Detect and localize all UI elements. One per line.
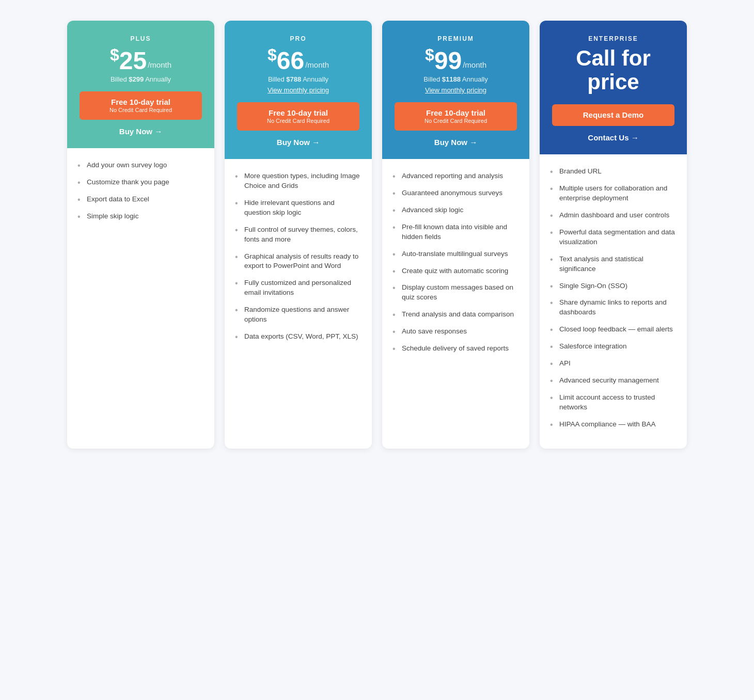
feature-item: Schedule delivery of saved reports [392,344,519,354]
feature-item: Closed loop feedback — email alerts [550,325,677,335]
feature-item: Display custom messages based on quiz sc… [392,283,519,303]
plan-features-plus: Add your own survey logoCustomize thank … [67,148,214,241]
feature-item: HIPAA compliance — with BAA [550,420,677,429]
plan-billing-plus: Billed $299 Annually [80,75,202,83]
plan-card-pro: PRO $66 /month Billed $788 AnnuallyView … [225,21,372,449]
plan-price-row-plus: $25 /month [80,46,202,73]
trial-button-premium[interactable]: Free 10-day trialNo Credit Card Required [395,102,517,131]
buy-now-link-plus[interactable]: Buy Now → [80,127,202,136]
feature-item: Auto save responses [392,327,519,337]
feature-item: API [550,359,677,369]
plan-card-plus: PLUS $25 /month Billed $299 AnnuallyFree… [67,21,214,449]
plan-card-enterprise: ENTERPRISECall for priceRequest a DemoCo… [540,21,687,449]
plan-price-row-premium: $99 /month [395,46,517,73]
buy-now-link-enterprise[interactable]: Contact Us → [552,133,674,142]
feature-item: Limit account access to trusted networks [550,393,677,412]
feature-item: Customize thank you page [77,178,204,187]
plan-header-premium: PREMIUM $99 /month Billed $1188 Annually… [382,21,529,159]
feature-item: Guaranteed anonymous surveys [392,188,519,198]
feature-item: Powerful data segmentation and data visu… [550,228,677,247]
feature-item: Advanced reporting and analysis [392,171,519,181]
feature-item: Single Sign-On (SSO) [550,281,677,291]
feature-item: Simple skip logic [77,212,204,221]
plan-price-premium: $99 [425,46,462,73]
plan-name-premium: PREMIUM [395,35,517,42]
plan-price-plus: $25 [110,46,147,73]
monthly-link-premium[interactable]: View monthly pricing [425,86,486,94]
monthly-link-pro[interactable]: View monthly pricing [268,86,329,94]
feature-item: Trend analysis and data comparison [392,310,519,320]
pricing-grid: PLUS $25 /month Billed $299 AnnuallyFree… [67,21,687,449]
plan-name-pro: PRO [237,35,359,42]
feature-item: Text analysis and statistical significan… [550,254,677,274]
feature-item: Add your own survey logo [77,161,204,170]
feature-item: Multiple users for collaboration and ent… [550,184,677,203]
feature-item: Share dynamic links to reports and dashb… [550,298,677,317]
feature-item: Create quiz with automatic scoring [392,266,519,276]
feature-item: More question types, including Image Cho… [235,171,362,191]
trial-button-enterprise[interactable]: Request a Demo [552,104,674,126]
feature-item: Admin dashboard and user controls [550,211,677,220]
plan-price-enterprise: Call for price [552,46,674,94]
plan-period-plus: /month [148,60,171,69]
buy-now-link-premium[interactable]: Buy Now → [395,138,517,147]
feature-item: Full control of survey themes, colors, f… [235,225,362,245]
plan-header-pro: PRO $66 /month Billed $788 AnnuallyView … [225,21,372,159]
plan-header-plus: PLUS $25 /month Billed $299 AnnuallyFree… [67,21,214,148]
plan-billing-premium: Billed $1188 Annually [395,75,517,83]
plan-name-enterprise: ENTERPRISE [552,35,674,42]
feature-item: Hide irrelevant questions and question s… [235,198,362,218]
feature-item: Advanced skip logic [392,205,519,215]
plan-features-premium: Advanced reporting and analysisGuarantee… [382,159,529,373]
feature-item: Fully customized and personalized email … [235,278,362,298]
feature-item: Auto-translate multilingual surveys [392,249,519,259]
plan-features-enterprise: Branded URLMultiple users for collaborat… [540,154,687,449]
plan-period-pro: /month [305,60,329,69]
plan-billing-pro: Billed $788 Annually [237,75,359,83]
feature-item: Data exports (CSV, Word, PPT, XLS) [235,332,362,342]
plan-name-plus: PLUS [80,35,202,42]
plan-features-pro: More question types, including Image Cho… [225,159,372,361]
feature-item: Pre-fill known data into visible and hid… [392,222,519,242]
plan-price-row-pro: $66 /month [237,46,359,73]
plan-price-pro: $66 [268,46,304,73]
feature-item: Branded URL [550,167,677,177]
feature-item: Export data to Excel [77,195,204,204]
trial-button-pro[interactable]: Free 10-day trialNo Credit Card Required [237,102,359,131]
feature-item: Salesforce integration [550,342,677,352]
feature-item: Advanced security management [550,376,677,386]
buy-now-link-pro[interactable]: Buy Now → [237,138,359,147]
feature-item: Randomize questions and answer options [235,305,362,325]
trial-button-plus[interactable]: Free 10-day trialNo Credit Card Required [80,91,202,120]
feature-item: Graphical analysis of results ready to e… [235,252,362,272]
plan-period-premium: /month [463,60,486,69]
plan-header-enterprise: ENTERPRISECall for priceRequest a DemoCo… [540,21,687,154]
plan-card-premium: PREMIUM $99 /month Billed $1188 Annually… [382,21,529,449]
